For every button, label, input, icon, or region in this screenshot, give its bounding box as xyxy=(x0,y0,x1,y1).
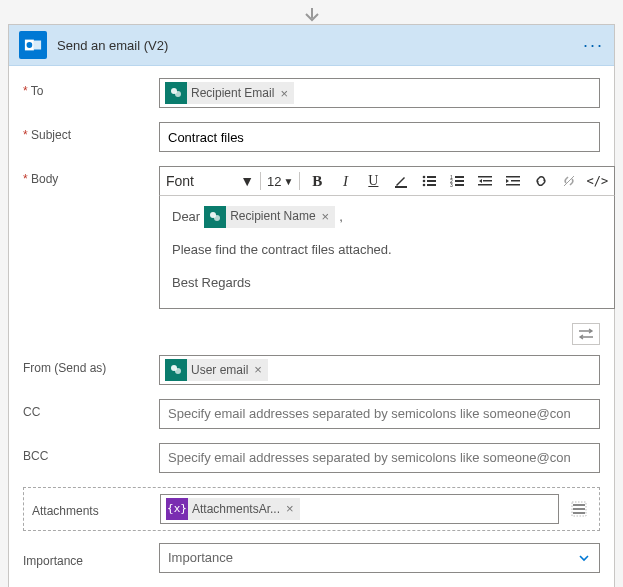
number-list-button[interactable]: 123 xyxy=(446,170,468,192)
svg-rect-9 xyxy=(427,180,436,182)
unlink-button[interactable] xyxy=(558,170,580,192)
chip-label: Recipient Name xyxy=(230,207,315,226)
swap-bar xyxy=(23,323,600,345)
body-line-greeting: Dear Recipient Name × , xyxy=(172,206,602,228)
chip-user-email[interactable]: User email × xyxy=(165,359,268,381)
chip-label: AttachmentsAr... xyxy=(192,502,280,516)
svg-rect-29 xyxy=(573,504,585,506)
svg-point-8 xyxy=(423,180,426,183)
outlook-icon xyxy=(19,31,47,59)
rich-text-body[interactable]: Dear Recipient Name × , Please find the … xyxy=(159,196,615,309)
svg-rect-23 xyxy=(506,184,520,186)
label-bcc: BCC xyxy=(23,443,151,463)
svg-rect-17 xyxy=(455,184,464,186)
svg-rect-1 xyxy=(34,41,41,50)
svg-point-26 xyxy=(214,215,220,221)
input-bcc[interactable] xyxy=(159,443,600,473)
body-line-2: Please find the contract files attached. xyxy=(172,240,602,261)
svg-rect-15 xyxy=(455,180,464,182)
chip-label: Recipient Email xyxy=(191,86,274,100)
row-from: From (Send as) User email × xyxy=(23,355,600,385)
bold-button[interactable]: B xyxy=(306,170,328,192)
svg-rect-21 xyxy=(506,176,520,178)
importance-select[interactable]: Importance xyxy=(159,543,600,573)
row-body: Body Font▼ 12▼ B I U xyxy=(23,166,600,309)
sharepoint-icon xyxy=(165,82,187,104)
italic-button[interactable]: I xyxy=(334,170,356,192)
sharepoint-icon xyxy=(204,206,226,228)
toolbar-separator xyxy=(299,172,300,190)
row-importance: Importance Importance xyxy=(23,543,600,573)
svg-rect-30 xyxy=(573,508,585,510)
variable-icon: {x} xyxy=(166,498,188,520)
chip-recipient-name[interactable]: Recipient Name × xyxy=(204,206,335,228)
bcc-text-input[interactable] xyxy=(168,450,591,465)
chip-remove-icon[interactable]: × xyxy=(278,86,290,101)
hide-advanced-options-link[interactable]: Hide advanced options xyxy=(23,583,177,587)
svg-rect-31 xyxy=(573,512,585,514)
input-to[interactable]: Recipient Email × xyxy=(159,78,600,108)
bullet-list-button[interactable] xyxy=(418,170,440,192)
link-button[interactable] xyxy=(530,170,552,192)
label-body: Body xyxy=(23,166,151,186)
chip-remove-icon[interactable]: × xyxy=(284,501,296,516)
row-bcc: BCC xyxy=(23,443,600,473)
chevron-down-icon xyxy=(577,551,591,565)
body-line-3: Best Regards xyxy=(172,273,602,294)
chip-recipient-email[interactable]: Recipient Email × xyxy=(165,82,294,104)
indent-button[interactable] xyxy=(502,170,524,192)
row-cc: CC xyxy=(23,399,600,429)
svg-point-2 xyxy=(27,42,33,48)
toolbar-separator xyxy=(260,172,261,190)
svg-rect-13 xyxy=(455,176,464,178)
svg-rect-11 xyxy=(427,184,436,186)
card-header[interactable]: Send an email (V2) ··· xyxy=(9,25,614,66)
label-importance: Importance xyxy=(23,548,151,568)
font-size-select[interactable]: 12▼ xyxy=(267,174,293,189)
outdent-button[interactable] xyxy=(474,170,496,192)
swap-button[interactable] xyxy=(572,323,600,345)
label-from: From (Send as) xyxy=(23,355,151,375)
action-card: Send an email (V2) ··· To Recipient Emai… xyxy=(8,24,615,587)
svg-rect-19 xyxy=(483,180,492,182)
chip-remove-icon[interactable]: × xyxy=(320,207,332,228)
chip-remove-icon[interactable]: × xyxy=(252,362,264,377)
label-cc: CC xyxy=(23,399,151,419)
font-family-select[interactable]: Font▼ xyxy=(166,173,254,189)
input-attachments[interactable]: {x} AttachmentsAr... × xyxy=(160,494,559,524)
rich-text-editor: Font▼ 12▼ B I U xyxy=(159,166,615,309)
label-attachments: Attachments xyxy=(32,500,160,518)
svg-rect-22 xyxy=(511,180,520,182)
sharepoint-icon xyxy=(165,359,187,381)
card-menu-button[interactable]: ··· xyxy=(583,35,604,56)
flow-arrow-in xyxy=(8,8,615,24)
underline-button[interactable]: U xyxy=(362,170,384,192)
svg-rect-7 xyxy=(427,176,436,178)
svg-rect-5 xyxy=(395,186,407,188)
label-subject: Subject xyxy=(23,122,151,142)
label-to: To xyxy=(23,78,151,98)
svg-rect-18 xyxy=(478,176,492,178)
card-title: Send an email (V2) xyxy=(57,38,573,53)
code-view-button[interactable]: </> xyxy=(586,170,608,192)
svg-text:3: 3 xyxy=(450,182,453,188)
svg-point-10 xyxy=(423,184,426,187)
svg-point-4 xyxy=(175,91,181,97)
subject-text-input[interactable] xyxy=(168,130,591,145)
input-from[interactable]: User email × xyxy=(159,355,600,385)
row-to: To Recipient Email × xyxy=(23,78,600,108)
row-attachments: Attachments {x} AttachmentsAr... × xyxy=(23,487,600,531)
rich-text-toolbar: Font▼ 12▼ B I U xyxy=(159,166,615,196)
cc-text-input[interactable] xyxy=(168,406,591,421)
chip-attachments-array[interactable]: {x} AttachmentsAr... × xyxy=(166,498,300,520)
card-form: To Recipient Email × Subject Body xyxy=(9,66,614,587)
input-cc[interactable] xyxy=(159,399,600,429)
chip-label: User email xyxy=(191,363,248,377)
svg-rect-20 xyxy=(478,184,492,186)
svg-point-28 xyxy=(175,368,181,374)
svg-point-6 xyxy=(423,176,426,179)
input-subject[interactable] xyxy=(159,122,600,152)
attachments-mode-button[interactable] xyxy=(567,495,591,523)
importance-placeholder: Importance xyxy=(168,550,233,565)
color-button[interactable] xyxy=(390,170,412,192)
